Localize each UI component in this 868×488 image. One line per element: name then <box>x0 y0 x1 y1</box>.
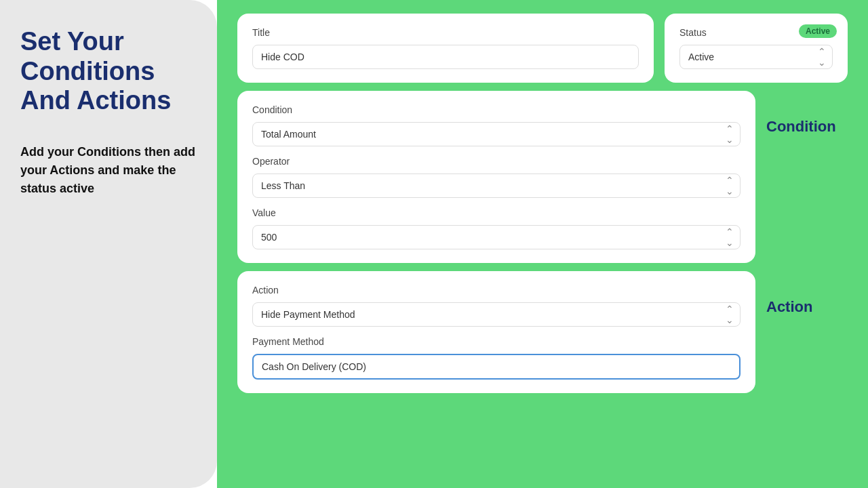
value-select-wrapper: 500 100 200 1000 ⌃⌄ <box>252 225 741 249</box>
operator-group: Operator Less Than Greater Than Equal To… <box>252 156 741 198</box>
top-row: Title Active Status Active Inactive ⌃⌄ <box>237 14 848 83</box>
operator-select-wrapper: Less Than Greater Than Equal To Not Equa… <box>252 174 741 198</box>
status-card: Active Status Active Inactive ⌃⌄ <box>665 14 848 83</box>
condition-section-label: Condition <box>766 111 836 136</box>
condition-field-label: Condition <box>252 104 741 115</box>
action-select[interactable]: Hide Payment Method Show Payment Method … <box>252 302 741 327</box>
status-badge: Active <box>799 24 837 38</box>
condition-group: Condition Total Amount Subtotal Weight Q… <box>252 104 741 146</box>
action-row: Action Hide Payment Method Show Payment … <box>237 271 848 393</box>
condition-select-wrapper: Total Amount Subtotal Weight Quantity ⌃⌄ <box>252 122 741 146</box>
condition-row: Condition Total Amount Subtotal Weight Q… <box>237 91 848 263</box>
action-select-wrapper: Hide Payment Method Show Payment Method … <box>252 302 741 327</box>
condition-section-label-wrapper: Condition <box>766 91 848 136</box>
sidebar-description: Add your Conditions then add your Action… <box>20 143 197 198</box>
value-label: Value <box>252 207 741 218</box>
payment-method-label: Payment Method <box>252 336 741 347</box>
title-input[interactable] <box>252 45 639 69</box>
action-field-label: Action <box>252 285 741 296</box>
payment-method-group: Payment Method <box>252 336 741 380</box>
action-card: Action Hide Payment Method Show Payment … <box>237 271 755 393</box>
title-card: Title <box>237 14 654 83</box>
sidebar-title: Set Your Conditions And Actions <box>20 27 197 116</box>
action-section-label: Action <box>766 291 812 316</box>
action-section-label-wrapper: Action <box>766 271 848 316</box>
condition-select[interactable]: Total Amount Subtotal Weight Quantity <box>252 122 741 146</box>
payment-method-input[interactable] <box>252 354 741 380</box>
value-select[interactable]: 500 100 200 1000 <box>252 225 741 249</box>
condition-card: Condition Total Amount Subtotal Weight Q… <box>237 91 755 263</box>
status-select-wrapper: Active Inactive ⌃⌄ <box>679 45 833 69</box>
value-group: Value 500 100 200 1000 ⌃⌄ <box>252 207 741 249</box>
title-label: Title <box>252 27 639 38</box>
sidebar: Set Your Conditions And Actions Add your… <box>0 0 217 488</box>
operator-label: Operator <box>252 156 741 167</box>
main-content: Title Active Status Active Inactive ⌃⌄ C… <box>217 0 868 488</box>
operator-select[interactable]: Less Than Greater Than Equal To Not Equa… <box>252 174 741 198</box>
action-group: Action Hide Payment Method Show Payment … <box>252 285 741 327</box>
status-select[interactable]: Active Inactive <box>679 45 833 69</box>
